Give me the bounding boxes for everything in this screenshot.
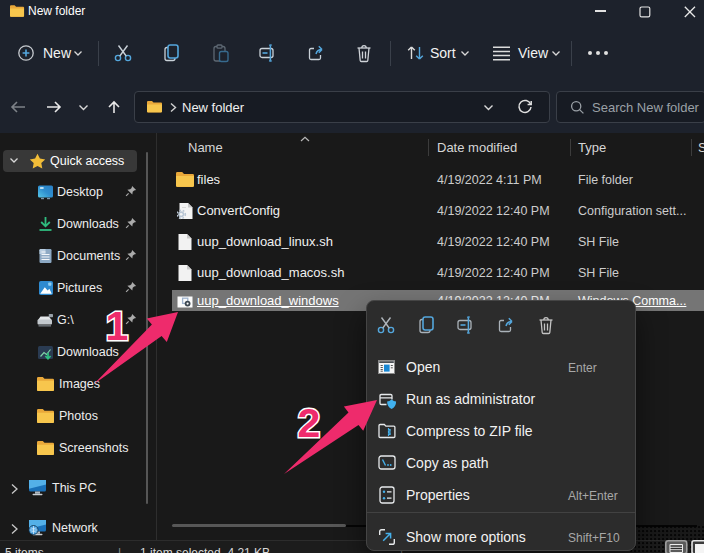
svg-text:1: 1 bbox=[106, 303, 129, 349]
svg-text:2: 2 bbox=[298, 400, 321, 446]
